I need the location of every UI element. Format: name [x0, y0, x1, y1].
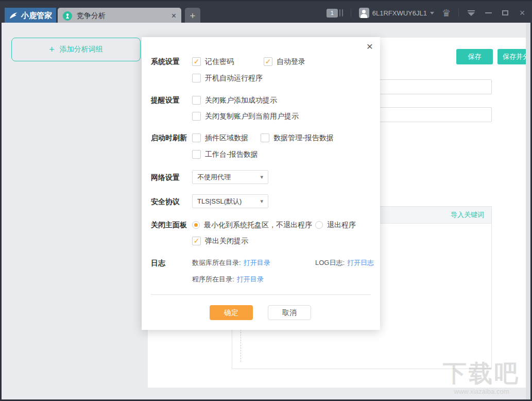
crown-icon[interactable]: ♛: [442, 8, 451, 18]
refresh-settings-row: 启动时刷新 ✓ 插件区域数据 ✓ 数据管理-报告数据: [142, 133, 380, 142]
tab-competition-analysis[interactable]: 竞争分析 ×: [58, 8, 181, 24]
refresh-settings-row2: ✓ 工作台-报告数据: [142, 149, 380, 159]
checkbox-label: 开机自动运行程序: [205, 73, 263, 82]
new-tab-button[interactable]: +: [185, 8, 200, 24]
checkbox-label: 关闭复制账户到当前用户提示: [205, 111, 299, 121]
checkbox-label: 插件区域数据: [205, 133, 248, 142]
checkbox-workbench-report[interactable]: ✓ 工作台-报告数据: [192, 149, 258, 159]
radio-circle: [315, 221, 323, 229]
maximize-icon: [502, 10, 508, 15]
network-proxy-select[interactable]: 不使用代理 ▾: [192, 170, 268, 184]
security-protocol-row: 安全协议 TLS|SSL(默认) ▾: [142, 197, 380, 206]
checkbox-label: 自动登录: [277, 57, 305, 66]
chevron-down-icon: ▾: [260, 174, 263, 180]
section-label-network: 网络设置: [151, 173, 191, 182]
close-icon: ×: [520, 8, 525, 18]
logs-row2: 程序所在目录: 打开目录: [142, 275, 380, 284]
app-name: 小鹿管家: [21, 11, 52, 21]
checkbox-remember-password[interactable]: ✓ 记住密码: [192, 57, 234, 66]
radio-exit-program[interactable]: 退出程序: [315, 220, 356, 229]
checkbox-box: ✓: [192, 133, 201, 142]
select-value: 不使用代理: [197, 173, 231, 182]
close-panel-row2: ✓ 弹出关闭提示: [142, 236, 380, 245]
checkbox-auto-run-on-boot[interactable]: ✓ 开机自动运行程序: [192, 73, 263, 82]
import-keywords-link[interactable]: 导入关键词: [451, 210, 484, 220]
check-icon: ✓: [194, 237, 200, 244]
section-label-refresh: 启动时刷新: [151, 133, 191, 142]
close-panel-row: 关闭主面板 最小化到系统托盘区，不退出程序 退出程序: [142, 220, 380, 229]
checkbox-close-account-added-tip[interactable]: ✓ 关闭账户添加成功提示: [192, 95, 277, 105]
minimize-icon: [485, 12, 492, 13]
cancel-button[interactable]: 取消: [268, 305, 311, 320]
log-text: LOG日志:: [315, 258, 345, 268]
dialog-close-icon[interactable]: ×: [367, 41, 373, 52]
chevron-down-icon: ▾: [260, 198, 263, 205]
checkbox-label: 数据管理-报告数据: [273, 133, 334, 142]
titlebar-divider: [351, 9, 351, 17]
log-file-group: LOG日志: 打开日志: [315, 258, 374, 268]
section-label-security: 安全协议: [151, 197, 191, 206]
radio-minimize-to-tray[interactable]: 最小化到系统托盘区，不退出程序: [192, 220, 312, 229]
plus-icon: +: [190, 10, 195, 22]
checkbox-popup-close-tip[interactable]: ✓ 弹出关闭提示: [192, 236, 248, 245]
checkbox-box: ✓: [264, 57, 272, 66]
user-avatar-icon: [359, 8, 369, 18]
window-close-button[interactable]: ×: [518, 8, 527, 18]
watermark-url: www.xiazaiba.com: [443, 388, 520, 395]
radio-dot: [194, 223, 198, 227]
checkbox-auto-login[interactable]: ✓ 自动登录: [264, 57, 305, 66]
checkbox-box: ✓: [192, 237, 201, 245]
db-dir-group: 数据库所在目录: 打开目录: [192, 258, 270, 268]
section-label-system: 系统设置: [151, 57, 191, 66]
ok-button[interactable]: 确定: [210, 305, 253, 320]
open-log-link[interactable]: 打开日志: [347, 258, 374, 268]
select-value: TLS|SSL(默认): [197, 197, 242, 206]
checkbox-plugin-area-data[interactable]: ✓ 插件区域数据: [192, 133, 248, 142]
checkbox-box: ✓: [261, 133, 269, 142]
open-db-dir-link[interactable]: 打开目录: [244, 258, 270, 268]
checkbox-label: 关闭账户添加成功提示: [205, 95, 277, 105]
open-app-dir-link[interactable]: 打开目录: [237, 275, 264, 284]
tab-close-icon[interactable]: ×: [171, 12, 176, 20]
tray-chevron-icon: [468, 10, 475, 16]
check-icon: ✓: [265, 58, 271, 65]
reminder-settings-row: 提醒设置 ✓ 关闭账户添加成功提示: [142, 95, 380, 105]
scrollbar[interactable]: [526, 23, 530, 399]
save-button[interactable]: 保存: [456, 49, 493, 64]
titlebar: 小鹿管家 竞争分析 × + 1: [0, 0, 532, 23]
save-and-share-button[interactable]: 保存并分: [497, 49, 526, 64]
section-label-close-panel: 关闭主面板: [151, 220, 191, 229]
checkbox-box: ✓: [192, 74, 201, 82]
minimize-to-tray-button[interactable]: [467, 8, 476, 18]
security-protocol-select[interactable]: TLS|SSL(默认) ▾: [192, 194, 268, 208]
titlebar-right: 1 6L1RFXWUY6JL1 ♛ ×: [327, 2, 527, 24]
radio-label: 最小化到系统托盘区，不退出程序: [204, 220, 312, 229]
radio-circle: [192, 221, 200, 229]
checkbox-label: 弹出关闭提示: [205, 236, 248, 245]
user-account-menu[interactable]: 6L1RFXWUY6JL1: [359, 8, 434, 18]
maximize-button[interactable]: [501, 8, 510, 18]
checkbox-box: ✓: [192, 96, 201, 105]
notification-badge[interactable]: 1: [327, 9, 343, 18]
dialog-divider: [151, 294, 371, 295]
app-logo: 小鹿管家: [5, 8, 56, 24]
check-icon: ✓: [194, 58, 200, 65]
settings-dialog: × 系统设置 ✓ 记住密码 ✓ 自动登录 ✓ 开机自动运行程序 提醒设置 ✓: [142, 37, 380, 330]
user-id: 6L1RFXWUY6JL1: [372, 9, 427, 17]
checkbox-box: ✓: [192, 112, 201, 121]
checkbox-close-copy-account-tip[interactable]: ✓ 关闭复制账户到当前用户提示: [192, 111, 299, 121]
checkbox-label: 记住密码: [205, 57, 234, 66]
checkbox-data-mgmt-report[interactable]: ✓ 数据管理-报告数据: [261, 133, 334, 142]
badge-bar-icon: [342, 9, 343, 16]
db-dir-text: 数据库所在目录:: [192, 258, 241, 268]
checkbox-box: ✓: [192, 57, 201, 66]
add-analysis-group-button[interactable]: + 添加分析词组: [11, 38, 141, 61]
system-settings-row2: ✓ 开机自动运行程序: [142, 73, 380, 82]
titlebar-divider: [458, 9, 459, 17]
broadcast-icon: [63, 11, 72, 21]
checkbox-label: 工作台-报告数据: [205, 149, 258, 159]
minimize-button[interactable]: [484, 8, 493, 18]
radio-label: 退出程序: [327, 220, 356, 229]
app-dir-group: 程序所在目录: 打开目录: [192, 275, 264, 284]
network-settings-row: 网络设置 不使用代理 ▾: [142, 173, 380, 182]
